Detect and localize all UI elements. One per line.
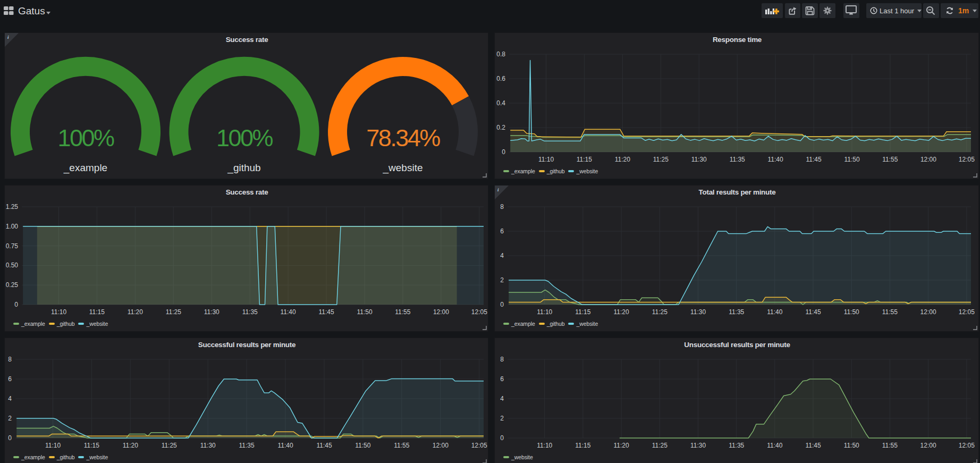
svg-text:11:20: 11:20 [614, 442, 629, 449]
svg-text:0.6: 0.6 [496, 75, 505, 82]
svg-text:4: 4 [8, 395, 12, 402]
svg-text:_example: _example [63, 162, 107, 174]
svg-text:2: 2 [500, 276, 504, 284]
svg-text:11:45: 11:45 [805, 442, 821, 449]
svg-text:0.50: 0.50 [6, 262, 19, 269]
svg-text:11:40: 11:40 [277, 442, 293, 449]
svg-text:11:30: 11:30 [200, 442, 216, 449]
svg-text:12:00: 12:00 [433, 442, 449, 449]
svg-text:11:55: 11:55 [395, 308, 410, 316]
svg-text:8: 8 [8, 356, 12, 363]
svg-text:6: 6 [8, 375, 12, 383]
svg-text:0: 0 [500, 434, 504, 442]
svg-text:11:20: 11:20 [615, 156, 630, 163]
svg-text:0.4: 0.4 [496, 99, 505, 107]
svg-text:11:50: 11:50 [844, 308, 859, 316]
svg-text:_website: _website [383, 162, 423, 174]
svg-text:11:10: 11:10 [45, 442, 61, 449]
svg-text:11:35: 11:35 [730, 156, 745, 163]
svg-text:0: 0 [8, 434, 12, 442]
svg-text:11:25: 11:25 [162, 442, 177, 449]
svg-text:0.75: 0.75 [6, 242, 19, 250]
svg-text:11:40: 11:40 [768, 156, 783, 163]
svg-text:11:50: 11:50 [844, 442, 859, 449]
svg-text:11:40: 11:40 [281, 308, 296, 316]
svg-text:11:50: 11:50 [357, 308, 372, 316]
svg-text:11:30: 11:30 [204, 308, 219, 316]
svg-text:11:20: 11:20 [123, 442, 138, 449]
svg-text:0.2: 0.2 [496, 124, 505, 131]
svg-text:11:45: 11:45 [806, 156, 822, 163]
svg-text:11:45: 11:45 [319, 308, 334, 316]
svg-text:12:05: 12:05 [471, 442, 487, 449]
svg-text:11:45: 11:45 [316, 442, 332, 449]
svg-text:12:05: 12:05 [471, 308, 487, 316]
svg-text:100%: 100% [216, 124, 273, 151]
svg-text:11:15: 11:15 [84, 442, 99, 449]
svg-text:11:55: 11:55 [882, 308, 898, 316]
svg-text:12:00: 12:00 [433, 308, 449, 316]
svg-text:11:10: 11:10 [51, 308, 66, 316]
svg-text:11:35: 11:35 [729, 442, 744, 449]
svg-text:8: 8 [500, 356, 504, 363]
svg-text:12:00: 12:00 [920, 156, 936, 163]
svg-text:11:15: 11:15 [89, 308, 105, 316]
svg-text:11:15: 11:15 [577, 156, 592, 163]
svg-text:11:20: 11:20 [614, 308, 629, 316]
svg-text:0: 0 [14, 301, 18, 308]
svg-text:1.00: 1.00 [6, 223, 19, 230]
svg-text:4: 4 [500, 395, 504, 402]
svg-text:11:10: 11:10 [537, 308, 552, 316]
svg-text:11:40: 11:40 [767, 442, 782, 449]
svg-text:11:30: 11:30 [690, 442, 706, 449]
svg-text:6: 6 [500, 375, 504, 383]
svg-text:11:55: 11:55 [882, 156, 898, 163]
svg-text:11:50: 11:50 [844, 156, 859, 163]
svg-text:11:10: 11:10 [538, 156, 554, 163]
svg-text:11:45: 11:45 [805, 308, 821, 316]
svg-text:78.34%: 78.34% [366, 124, 440, 151]
svg-text:12:05: 12:05 [959, 156, 975, 163]
svg-text:11:40: 11:40 [767, 308, 782, 316]
svg-text:0.25: 0.25 [6, 281, 19, 289]
svg-text:12:00: 12:00 [920, 308, 936, 316]
svg-text:11:55: 11:55 [394, 442, 409, 449]
svg-text:4: 4 [500, 252, 504, 259]
svg-text:0: 0 [500, 301, 504, 308]
svg-text:11:15: 11:15 [575, 442, 590, 449]
svg-text:11:35: 11:35 [242, 308, 258, 316]
svg-text:12:00: 12:00 [920, 442, 936, 449]
svg-text:8: 8 [500, 203, 504, 211]
svg-text:11:25: 11:25 [166, 308, 181, 316]
svg-text:11:55: 11:55 [882, 442, 898, 449]
svg-text:6: 6 [500, 228, 504, 235]
svg-text:11:30: 11:30 [691, 156, 707, 163]
svg-text:100%: 100% [57, 124, 114, 151]
svg-text:11:50: 11:50 [355, 442, 370, 449]
svg-text:11:35: 11:35 [239, 442, 255, 449]
svg-text:11:25: 11:25 [653, 156, 669, 163]
svg-text:0.8: 0.8 [496, 50, 505, 58]
svg-text:12:05: 12:05 [959, 442, 975, 449]
svg-text:11:25: 11:25 [652, 442, 668, 449]
svg-text:11:35: 11:35 [729, 308, 744, 316]
svg-text:11:25: 11:25 [652, 308, 668, 316]
svg-text:2: 2 [500, 415, 504, 422]
svg-text:11:20: 11:20 [128, 308, 143, 316]
svg-text:_github: _github [227, 162, 260, 174]
svg-text:1.25: 1.25 [6, 203, 19, 211]
svg-text:11:30: 11:30 [690, 308, 706, 316]
svg-text:0: 0 [502, 148, 505, 156]
svg-text:11:10: 11:10 [537, 442, 552, 449]
svg-text:11:15: 11:15 [575, 308, 590, 316]
svg-text:2: 2 [8, 415, 12, 422]
svg-text:12:05: 12:05 [959, 308, 975, 316]
